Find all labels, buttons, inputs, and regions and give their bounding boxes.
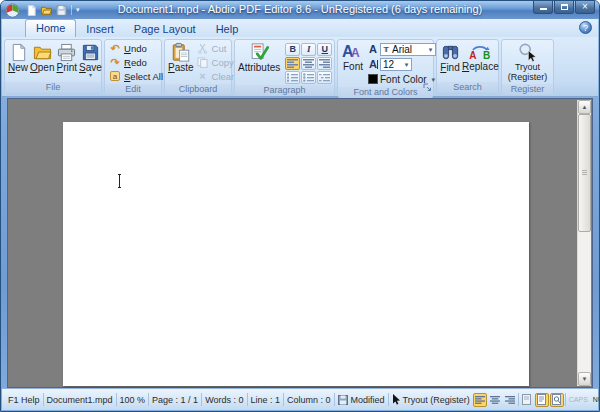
select-all-button[interactable]: a Select All (107, 69, 165, 83)
font-size-dropdown-icon[interactable]: ▾ (402, 59, 411, 70)
tryout-label-line1: Tryout (515, 62, 540, 72)
status-modified-label: Modified (351, 395, 385, 405)
ribbon-group-search: Find AB Replace Search (436, 39, 499, 94)
numbered-list-button[interactable] (285, 71, 300, 84)
quick-access-toolbar: ▾ (25, 4, 80, 16)
page-layout-view-icon (537, 394, 546, 405)
align-left-button[interactable] (285, 57, 300, 70)
qat-open-icon[interactable] (40, 4, 52, 16)
align-center-button[interactable] (301, 57, 316, 70)
font-icon: AA (341, 42, 365, 61)
window-title: Document1.mpd - Abdio PDF Editor 8.6 - U… (1, 3, 599, 15)
maximize-button[interactable] (554, 1, 574, 14)
redo-button[interactable]: ↷ Redo (107, 55, 165, 69)
bullet-list-button[interactable] (301, 71, 316, 84)
align-left-icon (287, 59, 298, 68)
attributes-button[interactable]: Attributes (237, 41, 281, 74)
status-caps-indicator: CAPS (567, 396, 590, 403)
scroll-down-button[interactable]: ▼ (578, 372, 591, 386)
status-align-left-button[interactable] (473, 393, 487, 407)
scroll-up-button[interactable]: ▲ (578, 100, 591, 114)
find-button[interactable]: Find (439, 41, 461, 74)
vertical-scrollbar[interactable]: ▲ ▼ (577, 100, 591, 386)
copy-label: Copy (212, 57, 234, 68)
align-right-button[interactable] (317, 57, 332, 70)
qat-save-icon[interactable] (55, 4, 67, 16)
copy-button: Copy (195, 55, 237, 69)
undo-button[interactable]: ↶ Undo (107, 41, 165, 55)
status-column: Column : 0 (284, 395, 334, 405)
tab-page-layout[interactable]: Page Layout (124, 21, 206, 37)
status-view-normal-button[interactable] (520, 393, 534, 407)
paste-clipboard-icon (171, 42, 191, 62)
font-color-label: Font Color (380, 74, 427, 85)
status-view-zoom-button[interactable] (550, 393, 564, 407)
tryout-register-button[interactable]: Tryout (Register) (507, 41, 549, 83)
tab-help[interactable]: Help (206, 21, 249, 37)
find-label: Find (440, 62, 459, 73)
status-line: Line : 1 (248, 395, 284, 405)
align-center-icon (490, 396, 500, 404)
paste-button[interactable]: Paste (167, 41, 195, 74)
cut-scissors-icon (197, 42, 209, 54)
save-button[interactable]: Save ▾ (78, 41, 103, 79)
close-button[interactable]: × (575, 1, 595, 14)
group-label-paragraph: Paragraph (235, 85, 334, 96)
ribbon-group-paragraph: Attributes B I U (234, 39, 335, 94)
titlebar: ▾ Document1.mpd - Abdio PDF Editor 8.6 -… (1, 1, 599, 19)
bold-button[interactable]: B (285, 43, 300, 56)
status-align-right-button[interactable] (503, 393, 517, 407)
qat-customize-arrow-icon[interactable]: ▾ (76, 5, 80, 15)
group-label-search: Search (437, 82, 498, 93)
redo-icon: ↷ (109, 56, 121, 68)
status-align-center-button[interactable] (488, 393, 502, 407)
align-left-icon (475, 396, 485, 404)
attributes-check-icon (249, 42, 269, 62)
status-bar: F1 Help Document1.mpd 100 % Page : 1 / 1… (2, 388, 598, 410)
minimize-button[interactable] (533, 1, 553, 14)
status-page: Page : 1 / 1 (149, 395, 201, 405)
group-label-register: Register (502, 84, 553, 95)
new-button[interactable]: New (7, 41, 29, 74)
tab-insert[interactable]: Insert (76, 21, 124, 37)
status-help[interactable]: F1 Help (5, 395, 43, 405)
scrollbar-thumb[interactable] (578, 114, 591, 232)
font-family-value: Arial (392, 44, 426, 55)
new-document-icon (8, 42, 28, 62)
app-logo-icon[interactable] (5, 3, 20, 18)
italic-button[interactable]: I (301, 43, 316, 56)
save-dropdown-arrow-icon[interactable]: ▾ (89, 73, 92, 78)
qat-separator (71, 5, 72, 15)
status-view-layout-button[interactable] (535, 393, 549, 407)
qat-new-icon[interactable] (25, 4, 37, 16)
font-family-select[interactable]: TT Arial ▾ (380, 43, 436, 56)
font-button[interactable]: AA Font (340, 41, 366, 73)
status-tryout[interactable]: Tryout (Register) (389, 394, 473, 405)
status-separator (518, 393, 519, 406)
ribbon-group-register: Tryout (Register) Register (501, 39, 554, 94)
text-caret (119, 174, 120, 188)
tab-home[interactable]: Home (25, 19, 76, 37)
underline-button[interactable]: U (317, 43, 332, 56)
font-color-swatch (368, 74, 378, 84)
open-folder-icon (32, 42, 52, 62)
page-zoom-view-icon (552, 394, 561, 405)
minimize-icon (540, 8, 547, 10)
open-button[interactable]: Open (29, 41, 55, 74)
document-page[interactable] (63, 122, 529, 386)
ribbon-group-file: New Open Print (4, 39, 102, 94)
replace-button[interactable]: AB Replace (461, 41, 500, 73)
font-family-dropdown-icon[interactable]: ▾ (426, 44, 435, 55)
save-floppy-icon (80, 42, 100, 62)
print-button[interactable]: Print (56, 41, 79, 74)
cut-label: Cut (212, 43, 227, 54)
align-right-icon (319, 59, 330, 68)
font-label: Font (343, 61, 363, 72)
multilevel-list-button[interactable] (317, 71, 332, 84)
font-size-select[interactable]: 12 ▾ (380, 58, 412, 71)
help-button[interactable]: ? (579, 21, 592, 34)
dialog-launcher-icon[interactable] (423, 83, 432, 92)
numbered-list-icon (287, 73, 298, 82)
undo-icon: ↶ (109, 42, 121, 54)
status-num-indicator: NUM (591, 396, 600, 403)
